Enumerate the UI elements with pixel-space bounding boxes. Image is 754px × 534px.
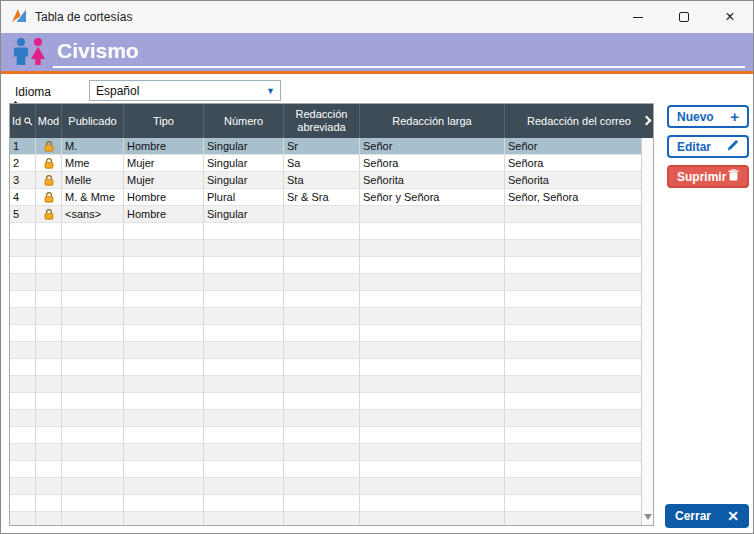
table-cell: [284, 240, 360, 257]
column-header[interactable]: Publicado: [62, 104, 124, 138]
chevron-down-icon: ▼: [266, 86, 275, 96]
trash-icon: [728, 169, 739, 184]
table-cell: [204, 461, 284, 478]
table-cell: [360, 240, 505, 257]
table-row[interactable]: [10, 359, 641, 376]
column-header[interactable]: Id: [10, 104, 36, 138]
lock-icon: [36, 444, 62, 461]
scroll-down-icon[interactable]: [644, 514, 652, 520]
lock-icon: [36, 206, 62, 223]
table-cell: Señor y Señora: [360, 189, 505, 206]
table-row[interactable]: [10, 410, 641, 427]
header-band: Civismo: [1, 33, 753, 71]
table-cell: Señora: [505, 155, 641, 172]
lock-icon: [36, 376, 62, 393]
lock-icon: [36, 478, 62, 495]
table-row[interactable]: 3MelleMujerSingularStaSeñoritaSeñorita: [10, 172, 641, 189]
table-cell: [62, 308, 124, 325]
column-header[interactable]: Redacción larga: [360, 104, 505, 138]
table-cell: Sta: [284, 172, 360, 189]
pencil-icon: [727, 139, 739, 154]
table-cell: [124, 410, 204, 427]
table-cell: [505, 223, 641, 240]
column-header[interactable]: Redacción del correo: [505, 104, 653, 138]
table-row[interactable]: [10, 257, 641, 274]
table-row[interactable]: [10, 393, 641, 410]
people-icon: [11, 37, 47, 71]
table-row[interactable]: [10, 512, 641, 525]
table-cell: [10, 359, 36, 376]
table-row[interactable]: [10, 223, 641, 240]
table-cell: [284, 393, 360, 410]
table-cell: Señora: [360, 155, 505, 172]
column-header[interactable]: Número: [204, 104, 284, 138]
column-header[interactable]: Tipo: [124, 104, 204, 138]
table-cell: [284, 223, 360, 240]
table-cell: [284, 444, 360, 461]
column-header[interactable]: Redacción abreviada: [284, 104, 360, 138]
table-cell: [62, 393, 124, 410]
nuevo-button[interactable]: Nuevo +: [667, 105, 749, 128]
lock-icon: [36, 291, 62, 308]
table-row[interactable]: [10, 325, 641, 342]
table-cell: [124, 257, 204, 274]
table-cell: [204, 427, 284, 444]
table-row[interactable]: 4M. & MmeHombrePluralSr & SraSeñor y Señ…: [10, 189, 641, 206]
table-row[interactable]: 2MmeMujerSingularSaSeñoraSeñora: [10, 155, 641, 172]
table-cell: [204, 444, 284, 461]
table-cell: [284, 206, 360, 223]
close-button[interactable]: ×: [707, 1, 753, 33]
table-cell: [62, 495, 124, 512]
table-row[interactable]: [10, 274, 641, 291]
language-select[interactable]: Español ▼: [89, 80, 281, 101]
editar-label: Editar: [677, 140, 711, 154]
table-row[interactable]: [10, 240, 641, 257]
table-cell: M.: [62, 138, 124, 155]
vertical-scrollbar[interactable]: [641, 138, 653, 525]
table-row[interactable]: [10, 427, 641, 444]
table-cell: [10, 291, 36, 308]
table-cell: Sr: [284, 138, 360, 155]
table-cell: [505, 257, 641, 274]
table-cell: Mujer: [124, 172, 204, 189]
table-cell: [124, 478, 204, 495]
maximize-button[interactable]: [661, 1, 707, 33]
lock-icon: [36, 308, 62, 325]
nuevo-label: Nuevo: [677, 110, 714, 124]
lock-icon: [36, 359, 62, 376]
table-cell: Sr & Sra: [284, 189, 360, 206]
table-row[interactable]: 1M.HombreSingularSrSeñorSeñor: [10, 138, 641, 155]
table-cell: [204, 359, 284, 376]
lock-icon: [36, 257, 62, 274]
table-row[interactable]: [10, 342, 641, 359]
table-row[interactable]: [10, 495, 641, 512]
table-cell: [10, 257, 36, 274]
plus-icon: +: [730, 109, 739, 124]
table-cell: [62, 274, 124, 291]
table-row[interactable]: [10, 444, 641, 461]
table-cell: [62, 240, 124, 257]
cerrar-button[interactable]: Cerrar ✕: [665, 504, 749, 528]
table-row[interactable]: [10, 461, 641, 478]
app-icon: [11, 7, 27, 27]
table-cell: [284, 410, 360, 427]
table-cell: [10, 325, 36, 342]
lock-icon: [36, 172, 62, 189]
table-cell: [204, 291, 284, 308]
minimize-button[interactable]: [615, 1, 661, 33]
table-cell: [62, 478, 124, 495]
table-cell: 2: [10, 155, 36, 172]
suprimir-button[interactable]: Suprimir: [667, 165, 749, 188]
table-cell: [62, 376, 124, 393]
table-cell: [62, 257, 124, 274]
table-row[interactable]: [10, 376, 641, 393]
table-row[interactable]: [10, 308, 641, 325]
table-cell: [10, 393, 36, 410]
table-cell: [284, 376, 360, 393]
table-cell: [62, 512, 124, 525]
table-row[interactable]: 5<sans>HombreSingular: [10, 206, 641, 223]
column-header[interactable]: Mod: [36, 104, 62, 138]
table-row[interactable]: [10, 291, 641, 308]
editar-button[interactable]: Editar: [667, 135, 749, 158]
table-row[interactable]: [10, 478, 641, 495]
